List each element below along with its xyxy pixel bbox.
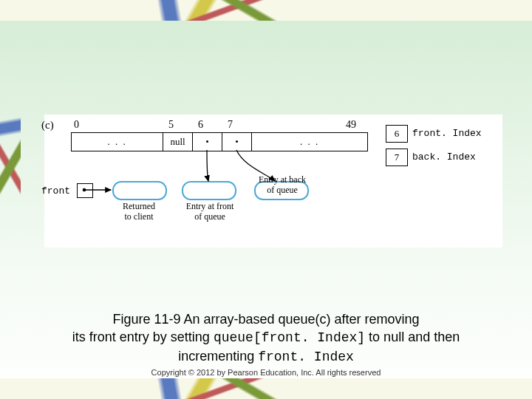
decorative-border-bottom xyxy=(0,378,532,399)
back-index-box: 7 xyxy=(386,149,408,166)
oval-front-entry xyxy=(182,181,236,200)
label-back-entry: Entry at backof queue xyxy=(250,175,315,196)
array-cell-ellipsis-left: . . . xyxy=(72,133,163,151)
front-ref-label: front xyxy=(41,185,70,197)
index-0: 0 xyxy=(74,119,79,131)
array-cell-ellipsis-right: . . . xyxy=(252,133,367,151)
array-cell-5-null: null xyxy=(163,133,193,151)
figure-11-9c: (c) 0 5 6 7 49 . . . null • • . . . 6 fr… xyxy=(44,115,502,248)
queue-array: . . . null • • . . . xyxy=(71,132,368,151)
subpart-label: (c) xyxy=(41,119,54,132)
caption-code-2: front. Index xyxy=(258,349,354,364)
label-returned: Returnedto client xyxy=(112,202,166,222)
caption-line2a: its front entry by setting xyxy=(72,330,214,344)
index-5: 5 xyxy=(168,119,174,131)
index-6: 6 xyxy=(198,119,203,131)
index-7: 7 xyxy=(228,119,233,131)
caption-line2b: to null and then xyxy=(365,330,460,344)
caption-line1: Figure 11-9 An array-based queue(c) afte… xyxy=(112,312,419,327)
index-49: 49 xyxy=(346,119,356,131)
front-index-value: 6 xyxy=(395,128,400,140)
label-front-entry: Entry at frontof queue xyxy=(176,202,244,222)
decorative-border-top xyxy=(0,0,532,21)
back-index-value: 7 xyxy=(395,151,400,163)
oval-returned xyxy=(112,181,167,200)
copyright-line: Copyright © 2012 by Pearson Education, I… xyxy=(0,368,532,377)
caption-code-1: queue[front. Index] xyxy=(214,330,365,345)
array-cell-6: • xyxy=(193,133,222,151)
caption-line3a: incrementing xyxy=(178,349,258,364)
front-index-label: front. Index xyxy=(412,128,482,139)
array-cell-7: • xyxy=(222,133,252,151)
front-ref-box xyxy=(77,183,93,198)
back-index-label: back. Index xyxy=(412,151,476,163)
figure-caption: Figure 11-9 An array-based queue(c) afte… xyxy=(0,310,532,366)
front-index-box: 6 xyxy=(386,125,408,143)
